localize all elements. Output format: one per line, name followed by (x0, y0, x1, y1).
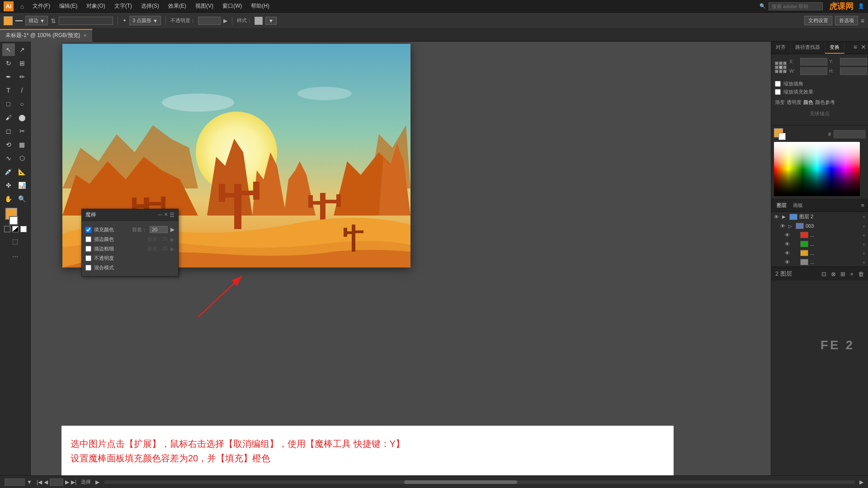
paintbrush-tool[interactable]: 🖌 (2, 111, 15, 124)
artboard-nav-icon[interactable]: ▶ (95, 479, 99, 485)
account-icon[interactable]: 👤 (858, 3, 864, 9)
line-tool[interactable]: / (16, 84, 28, 97)
zoom-input[interactable]: 100% (5, 479, 25, 486)
measure-tool[interactable]: 📐 (16, 165, 28, 178)
layers-tab-artboards[interactable]: 画板 (791, 201, 805, 210)
layer-row-003[interactable]: 👁 ▷ 003 ○ (771, 221, 868, 230)
document-tab[interactable]: 未标题-1* @ 100% (RGB/预览) ✕ (0, 29, 93, 42)
scale-strokes-checkbox[interactable] (775, 81, 781, 87)
panel-close-icon[interactable]: ✕ (164, 212, 168, 218)
symbol-sprayer-tool[interactable]: ✤ (2, 179, 15, 192)
drawing-modes-btn[interactable]: ⬚ (9, 235, 22, 248)
menu-select[interactable]: 选择(S) (137, 1, 163, 11)
no-color-swatch[interactable] (4, 226, 10, 232)
search-input[interactable] (769, 2, 823, 10)
ellipse-tool[interactable]: ○ (16, 98, 28, 110)
layer2-eye[interactable]: 👁 (774, 214, 780, 220)
page-input[interactable]: 1 (50, 479, 63, 486)
hex-input[interactable]: EF9D2E (834, 130, 865, 138)
fill-color-checkbox[interactable] (85, 227, 91, 233)
right-panel-close[interactable]: ✕ (859, 42, 868, 54)
brush-dropdown[interactable]: 描边▼ (25, 16, 48, 25)
h-input[interactable] (840, 67, 867, 75)
hand-tool[interactable]: ✋ (2, 192, 15, 205)
selection-tool[interactable]: ↖ (2, 43, 15, 56)
fill-swatch[interactable] (4, 16, 13, 25)
layer-red-eye[interactable]: 👁 (785, 232, 791, 238)
blend-mode-checkbox[interactable] (85, 265, 91, 271)
right-panel-menu[interactable]: ≡ (852, 42, 859, 54)
eyedropper-tool[interactable]: 💉 (2, 165, 15, 178)
opacity-arrow[interactable]: ▶ (223, 18, 227, 24)
direct-selection-tool[interactable]: ↗ (16, 43, 28, 56)
arrange-icon[interactable]: ≡ (861, 17, 864, 24)
layers-tab-layers[interactable]: 图层 (775, 201, 788, 210)
w-input[interactable] (800, 67, 827, 75)
canvas-scroll[interactable]: 魔棒 — ✕ ☰ 填充颜色 容差： 20 ▶ (31, 42, 771, 475)
zoom-tool[interactable]: 🔍 (16, 192, 28, 205)
menu-edit[interactable]: 编辑(E) (56, 1, 81, 11)
layer-yellow-eye[interactable]: 👁 (785, 250, 791, 256)
locate-object-icon[interactable]: ⊡ (820, 270, 828, 278)
create-new-layer-icon[interactable]: + (849, 270, 855, 278)
prev-page-btn[interactable]: ◀ (44, 479, 48, 485)
tab-pathfinder[interactable]: 路径查找器 (791, 42, 825, 54)
panel-menu-icon[interactable]: ☰ (170, 212, 175, 218)
pencil-tool[interactable]: ✏ (16, 70, 28, 83)
layer-row-green[interactable]: 👁 ... ○ (771, 239, 868, 249)
more-tools-btn[interactable]: … (9, 249, 22, 261)
first-page-btn[interactable]: |◀ (37, 479, 42, 485)
rect-tool[interactable]: □ (2, 98, 15, 110)
last-page-btn[interactable]: ▶| (71, 479, 76, 485)
layers-menu-icon[interactable]: ≡ (861, 202, 864, 209)
width-tool[interactable]: ⬡ (16, 152, 28, 164)
stroke-weight-checkbox[interactable] (85, 246, 91, 252)
opacity-checkbox[interactable] (85, 255, 91, 261)
layer-row-yellow[interactable]: 👁 ... ○ (771, 249, 868, 258)
menu-help[interactable]: 帮助(H) (247, 1, 273, 11)
color-fg-well[interactable] (774, 128, 786, 140)
next-page-btn[interactable]: ▶ (65, 479, 69, 485)
prefs-button[interactable]: 首选项 (835, 16, 858, 25)
y-input[interactable] (840, 58, 867, 66)
brush-type-dropdown[interactable]: 3 点圆形▼ (129, 16, 161, 25)
tab-transform[interactable]: 变换 (825, 42, 844, 54)
stroke-value-input[interactable] (59, 17, 113, 25)
menu-object[interactable]: 对象(O) (83, 1, 108, 11)
layer-row-gray[interactable]: 👁 ... ○ (771, 258, 868, 267)
default-colors-icon[interactable] (12, 226, 19, 232)
rotate-tool[interactable]: ↻ (2, 57, 15, 70)
layer-003-expand[interactable]: ▷ (788, 224, 794, 229)
opacity-input[interactable]: 100% (198, 17, 221, 25)
make-clipping-mask-icon[interactable]: ⊗ (830, 270, 837, 278)
scale-effects-checkbox[interactable] (775, 89, 781, 95)
x-input[interactable] (800, 58, 827, 66)
style-swatch[interactable] (255, 17, 263, 25)
create-new-sublayer-icon[interactable]: ⊞ (839, 270, 847, 278)
menu-effect[interactable]: 效果(E) (165, 1, 190, 11)
menu-view[interactable]: 视图(V) (192, 1, 217, 11)
warp-tool[interactable]: ∿ (2, 152, 15, 164)
menu-file[interactable]: 文件(F) (29, 1, 54, 11)
style-dropdown[interactable]: ▼ (265, 17, 277, 25)
free-transform-tool[interactable]: ⟲ (2, 138, 15, 151)
scroll-right-icon[interactable]: ▶ (859, 479, 863, 485)
background-color[interactable] (9, 216, 18, 225)
tolerance-expand-icon[interactable]: ▶ (170, 226, 175, 233)
graph-tool[interactable]: ▦ (16, 138, 28, 151)
layer-row-layer2[interactable]: 👁 ▶ 图层 2 ○ (771, 212, 868, 221)
tab-align[interactable]: 对齐 (771, 42, 791, 54)
column-graph-tool[interactable]: 📊 (16, 179, 28, 192)
type-tool[interactable]: T (2, 84, 15, 97)
color-picker-gradient[interactable] (774, 142, 860, 196)
delete-layer-icon[interactable]: 🗑 (857, 270, 865, 278)
stroke-color-checkbox[interactable] (85, 236, 91, 242)
menu-window[interactable]: 窗口(W) (219, 1, 245, 11)
layer-green-eye[interactable]: 👁 (785, 241, 791, 247)
zoom-dropdown-icon[interactable]: ▼ (27, 479, 32, 485)
home-icon[interactable]: ⌂ (17, 1, 27, 11)
layer-gray-eye[interactable]: 👁 (785, 259, 791, 265)
doc-settings-button[interactable]: 文档设置 (804, 16, 832, 25)
fill-tolerance-input[interactable]: 20 (150, 226, 168, 233)
tab-close-icon[interactable]: ✕ (83, 33, 87, 38)
